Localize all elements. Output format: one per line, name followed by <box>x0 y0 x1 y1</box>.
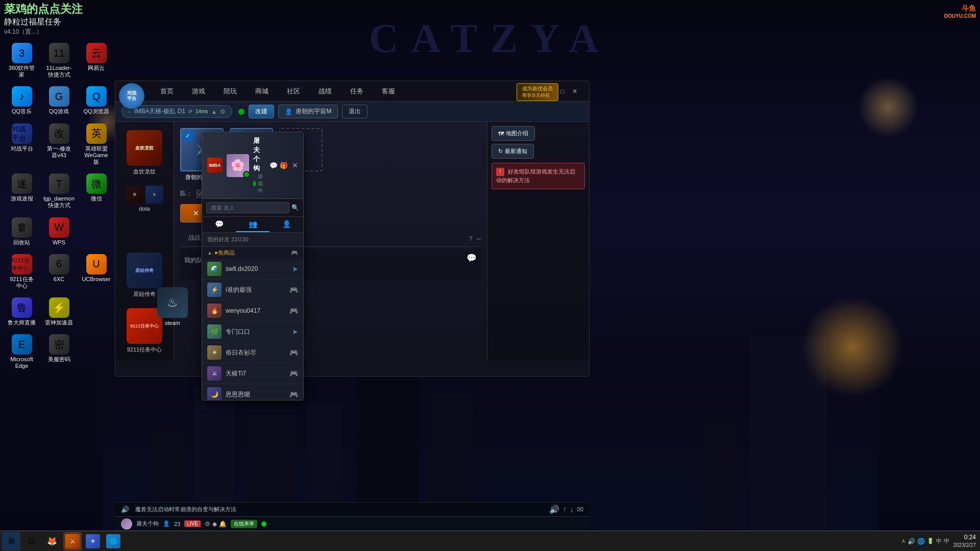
icon-9211-img: 9211任务中心 <box>12 254 32 274</box>
tray-expand[interactable]: ∧ <box>901 538 905 544</box>
icon-thunder[interactable]: ⚡ 雷神加速器 <box>42 295 76 328</box>
online-dot <box>238 109 244 115</box>
nav-task[interactable]: 任务 <box>346 85 368 98</box>
chat-friend-icon[interactable]: 💬 <box>270 162 278 169</box>
icon-tgp[interactable]: T tgp_daemon快捷方式 <box>42 171 76 211</box>
friend-info: 屠夫个钩 游戏中 <box>253 136 265 194</box>
icon-row-7: 鲁 鲁大师直播 ⚡ 雷神加速器 <box>5 295 113 328</box>
taskbar-game1[interactable]: ⚔ <box>63 532 82 550</box>
logout-button[interactable]: 退出 <box>342 105 368 118</box>
icon-battle-platform-label: 对战平台 <box>11 145 33 152</box>
icon-edge[interactable]: E Microsoft Edge <box>5 332 38 371</box>
friends-tabs: 💬 👥 👤 <box>202 217 303 233</box>
vol-up-icon[interactable]: 🔊 <box>549 505 559 514</box>
icon-wegame[interactable]: 英 英雄联盟WeGame版 <box>80 121 113 168</box>
sidebar-dota[interactable]: ⚙ S dota <box>117 182 172 216</box>
icon-qq-browser[interactable]: Q QQ浏览器 <box>80 84 113 117</box>
nav-shop[interactable]: 商城 <box>251 85 273 98</box>
gift-icon[interactable]: 🎁 <box>280 162 288 169</box>
nav-home[interactable]: 首页 <box>156 85 178 98</box>
download-icon[interactable]: ↓ <box>570 505 574 514</box>
friend-icon-2: 🎮 <box>289 286 298 294</box>
maximize-button[interactable]: □ <box>558 87 567 95</box>
volume-icon[interactable]: 🔊 <box>908 538 915 545</box>
friends-tab-friends[interactable]: 👥 <box>236 217 270 232</box>
lang-indicator[interactable]: 中 <box>936 537 942 545</box>
taskbar-firefox[interactable]: 🦊 <box>43 532 61 550</box>
help-icon[interactable]: ? <box>469 235 473 242</box>
icon-360[interactable]: 3 360软件管家 <box>5 41 38 80</box>
icon-qq-music[interactable]: ♪ QQ音乐 <box>5 84 38 117</box>
taskbar-file-explorer[interactable]: 🗂 <box>22 532 41 550</box>
ime-indicator[interactable]: 中 <box>944 537 949 545</box>
icon-ucbrowser[interactable]: U UCBrowser <box>80 252 113 291</box>
friend-item-2[interactable]: ⚡ i谁的最强 🎮 <box>202 280 303 300</box>
icon-netease[interactable]: 云 网易云 <box>80 41 113 80</box>
sidebar-dota-img: ⚙ <box>126 186 143 204</box>
icon-password[interactable]: 密 美服密码 <box>42 332 76 371</box>
icon-tgp-img: T <box>49 173 69 194</box>
close-button[interactable]: ✕ <box>571 87 579 95</box>
member-check-1: ✓ <box>182 130 193 141</box>
network-icon[interactable]: 🌐 <box>917 538 925 545</box>
arrow-up-icon[interactable]: ▲ <box>211 108 217 115</box>
icon-qq-music-img: ♪ <box>12 86 32 107</box>
sidebar-rpg[interactable]: RPG RPG <box>117 360 172 361</box>
friend-name-3: wenyou0417 <box>226 307 285 314</box>
modify-button[interactable]: 改建 <box>249 105 274 118</box>
share-icon[interactable]: ↑ <box>562 505 567 514</box>
map-intro-button[interactable]: 🗺 地图介绍 <box>492 126 535 141</box>
friend-item-3[interactable]: 🔥 wenyou0417 🎮 <box>202 300 303 321</box>
icon-ludashi[interactable]: 鲁 鲁大师直播 <box>5 295 38 328</box>
friend-item-1[interactable]: 🌊 swfi.dx2020 ➤ <box>202 259 303 280</box>
sidebar-blooddragon[interactable]: 血饮龙纹 血饮龙纹 <box>117 126 172 180</box>
icon-6xc[interactable]: 6 6XC <box>42 252 76 291</box>
icon-game-news[interactable]: 迷 游戏迷报 <box>5 171 38 211</box>
taskbar-game2[interactable]: ✈ <box>84 532 102 550</box>
friend-item-6[interactable]: ⚔ 天棱Ti7 🎮 <box>202 363 303 384</box>
nav-game[interactable]: 游戏 <box>188 85 209 98</box>
match-label: IMBA天梯-极乱 D1 <box>134 107 185 116</box>
icon-wechat[interactable]: 微 微信 <box>80 171 113 211</box>
icon-9211[interactable]: 9211任务中心 9211任务中心 <box>5 252 38 291</box>
bottom-notification: 🔊 魔兽无法启动时常崩溃的自变与解决方法 🔊 ↑ ↓ ✉ <box>115 502 590 516</box>
friends-search-input[interactable] <box>206 202 289 213</box>
nav-service[interactable]: 客服 <box>378 85 399 98</box>
icon-modifier[interactable]: 改 第一-修改器v43 <box>42 121 76 168</box>
steam-icon-area[interactable]: ♨ steam <box>154 287 174 337</box>
icon-game-news-img: 迷 <box>12 173 32 194</box>
friends-tab-groups[interactable]: 👤 <box>270 217 303 232</box>
mail-icon[interactable]: ✉ <box>577 505 583 514</box>
icon-qq-game[interactable]: G QQ游戏 <box>42 84 76 117</box>
icon-recycle-label: 回收站 <box>13 239 30 246</box>
system-tray: ∧ 🔊 🌐 🔋 中 中 <box>901 537 949 545</box>
right-panel: 🗺 地图介绍 ↻ 最新通知 ! 好友组队组游戏发生无法启动的解决方法 <box>487 122 589 361</box>
nav-community[interactable]: 社区 <box>283 85 304 98</box>
nav-companion[interactable]: 陪玩 <box>219 85 241 98</box>
friend-item-7[interactable]: 🌙 恩恩恩嗯 🎮 <box>202 384 303 400</box>
battery-icon[interactable]: 🔋 <box>927 538 934 544</box>
online-group-header[interactable]: ▲ ●免商品 🎮 <box>202 247 303 259</box>
nav-record[interactable]: 战绩 <box>314 85 336 98</box>
friends-header: IMBA 🌸 屠夫个钩 游戏中 💬 🎁 ✕ <box>202 132 303 199</box>
friends-tab-chat[interactable]: 💬 <box>202 217 236 232</box>
icon-recycle[interactable]: 🗑 回收站 <box>5 215 38 248</box>
icon-battle-platform[interactable]: 对战平台 对战平台 <box>5 121 38 168</box>
vip-badge[interactable]: 成为新优会员 尊享非凡特权 <box>517 83 558 101</box>
start-button[interactable]: ⊞ <box>2 532 20 550</box>
stream-line1: 菜鸡的点点关注 <box>4 2 83 17</box>
icon-wps[interactable]: W WPS <box>42 215 76 248</box>
friend-item-4[interactable]: 🌿 专门口口 ➤ <box>202 321 303 342</box>
icon-11loader[interactable]: 11 11Loader-快捷方式 <box>42 41 76 80</box>
game-status-icon: ⚙ <box>205 520 210 528</box>
team-chat-icon[interactable]: 💬 <box>467 253 477 263</box>
universe-button[interactable]: 👤 唐朝的宇宙M <box>278 105 338 118</box>
taskbar-browser[interactable]: 🌐 <box>104 532 122 550</box>
minimize-panel-icon[interactable]: ─ <box>476 235 481 242</box>
game-status-bar: 屠夫个钩 👤 23 LIVE ⚙ ◆ 🔔 在线率率 <box>115 516 590 531</box>
settings-sub-icon[interactable]: ⚙ <box>220 108 226 115</box>
friend-item-5[interactable]: ☀ 俗日衣衫尽 🎮 <box>202 342 303 363</box>
vip-sub: 尊享非凡特权 <box>522 92 553 99</box>
friends-close-button[interactable]: ✕ <box>292 161 298 169</box>
latest-news-button[interactable]: ↻ 最新通知 <box>492 144 534 159</box>
